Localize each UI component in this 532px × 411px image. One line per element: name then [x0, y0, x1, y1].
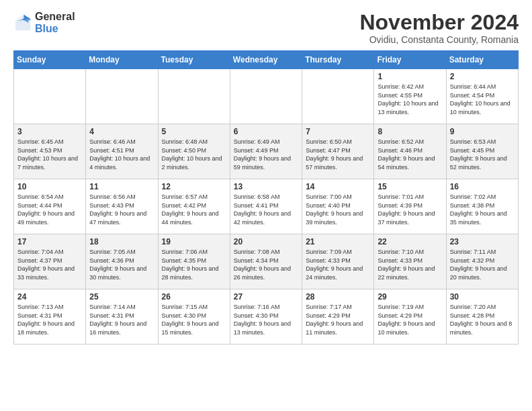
day-number: 24	[17, 292, 82, 302]
calendar-cell: 25Sunrise: 7:14 AM Sunset: 4:31 PM Dayli…	[86, 289, 158, 345]
calendar-cell: 20Sunrise: 7:08 AM Sunset: 4:34 PM Dayli…	[230, 234, 302, 289]
calendar-table: Sunday Monday Tuesday Wednesday Thursday…	[13, 50, 519, 345]
calendar-week-row: 10Sunrise: 6:54 AM Sunset: 4:44 PM Dayli…	[14, 179, 519, 234]
day-number: 23	[450, 237, 515, 246]
logo-icon	[13, 13, 32, 32]
calendar-cell: 9Sunrise: 6:53 AM Sunset: 4:45 PM Daylig…	[446, 124, 518, 179]
day-number: 29	[378, 292, 442, 302]
day-info: Sunrise: 7:13 AM Sunset: 4:31 PM Dayligh…	[17, 303, 82, 336]
logo: General Blue	[13, 11, 75, 34]
day-info: Sunrise: 7:05 AM Sunset: 4:36 PM Dayligh…	[89, 248, 154, 281]
calendar-cell: 2Sunrise: 6:44 AM Sunset: 4:54 PM Daylig…	[446, 69, 518, 124]
day-info: Sunrise: 7:17 AM Sunset: 4:29 PM Dayligh…	[306, 303, 370, 336]
day-number: 7	[306, 127, 370, 136]
day-number: 13	[234, 182, 298, 191]
day-info: Sunrise: 7:09 AM Sunset: 4:33 PM Dayligh…	[306, 248, 370, 281]
day-info: Sunrise: 6:45 AM Sunset: 4:53 PM Dayligh…	[17, 138, 82, 171]
day-number: 10	[17, 182, 82, 191]
header: General Blue November 2024 Ovidiu, Const…	[13, 11, 519, 45]
calendar-cell	[14, 69, 86, 124]
day-info: Sunrise: 7:04 AM Sunset: 4:37 PM Dayligh…	[17, 248, 82, 281]
col-wednesday: Wednesday	[230, 51, 302, 69]
calendar-week-row: 17Sunrise: 7:04 AM Sunset: 4:37 PM Dayli…	[14, 234, 519, 289]
day-number: 19	[162, 237, 226, 246]
day-info: Sunrise: 6:54 AM Sunset: 4:44 PM Dayligh…	[17, 193, 82, 226]
day-number: 15	[378, 182, 442, 191]
calendar-cell: 1Sunrise: 6:42 AM Sunset: 4:55 PM Daylig…	[374, 69, 446, 124]
calendar-cell: 10Sunrise: 6:54 AM Sunset: 4:44 PM Dayli…	[14, 179, 86, 234]
col-tuesday: Tuesday	[158, 51, 230, 69]
day-info: Sunrise: 7:11 AM Sunset: 4:32 PM Dayligh…	[450, 248, 515, 281]
day-number: 25	[89, 292, 154, 302]
calendar-cell	[230, 69, 302, 124]
day-info: Sunrise: 6:49 AM Sunset: 4:49 PM Dayligh…	[234, 138, 298, 171]
day-number: 8	[378, 127, 442, 136]
day-info: Sunrise: 7:14 AM Sunset: 4:31 PM Dayligh…	[89, 303, 154, 336]
calendar-cell: 24Sunrise: 7:13 AM Sunset: 4:31 PM Dayli…	[14, 289, 86, 345]
day-number: 18	[89, 237, 154, 246]
calendar-cell: 4Sunrise: 6:46 AM Sunset: 4:51 PM Daylig…	[86, 124, 158, 179]
day-number: 3	[17, 127, 82, 136]
day-info: Sunrise: 6:58 AM Sunset: 4:41 PM Dayligh…	[234, 193, 298, 226]
day-number: 27	[234, 292, 298, 302]
day-number: 2	[450, 72, 515, 81]
calendar-cell: 14Sunrise: 7:00 AM Sunset: 4:40 PM Dayli…	[302, 179, 374, 234]
day-info: Sunrise: 7:00 AM Sunset: 4:40 PM Dayligh…	[306, 193, 370, 226]
calendar-cell	[302, 69, 374, 124]
calendar-week-row: 24Sunrise: 7:13 AM Sunset: 4:31 PM Dayli…	[14, 289, 519, 345]
day-number: 30	[450, 292, 515, 302]
location-subtitle: Ovidiu, Constanta County, Romania	[359, 34, 519, 45]
day-number: 26	[162, 292, 226, 302]
day-number: 6	[234, 127, 298, 136]
page-container: General Blue November 2024 Ovidiu, Const…	[0, 0, 532, 351]
title-block: November 2024 Ovidiu, Constanta County, …	[359, 11, 519, 45]
calendar-week-row: 1Sunrise: 6:42 AM Sunset: 4:55 PM Daylig…	[14, 69, 519, 124]
day-info: Sunrise: 7:19 AM Sunset: 4:29 PM Dayligh…	[378, 303, 442, 336]
calendar-cell: 6Sunrise: 6:49 AM Sunset: 4:49 PM Daylig…	[230, 124, 302, 179]
day-number: 17	[17, 237, 82, 246]
logo-text: General Blue	[35, 11, 75, 34]
day-info: Sunrise: 6:50 AM Sunset: 4:47 PM Dayligh…	[306, 138, 370, 171]
calendar-cell: 15Sunrise: 7:01 AM Sunset: 4:39 PM Dayli…	[374, 179, 446, 234]
day-number: 21	[306, 237, 370, 246]
day-info: Sunrise: 6:48 AM Sunset: 4:50 PM Dayligh…	[162, 138, 226, 171]
day-info: Sunrise: 6:44 AM Sunset: 4:54 PM Dayligh…	[450, 83, 515, 116]
day-number: 1	[378, 72, 442, 81]
day-number: 20	[234, 237, 298, 246]
calendar-cell: 11Sunrise: 6:56 AM Sunset: 4:43 PM Dayli…	[86, 179, 158, 234]
calendar-cell: 13Sunrise: 6:58 AM Sunset: 4:41 PM Dayli…	[230, 179, 302, 234]
day-number: 28	[306, 292, 370, 302]
calendar-cell: 28Sunrise: 7:17 AM Sunset: 4:29 PM Dayli…	[302, 289, 374, 345]
day-number: 12	[162, 182, 226, 191]
day-number: 4	[89, 127, 154, 136]
logo-general-text: General	[35, 11, 75, 23]
calendar-cell: 5Sunrise: 6:48 AM Sunset: 4:50 PM Daylig…	[158, 124, 230, 179]
calendar-cell: 8Sunrise: 6:52 AM Sunset: 4:46 PM Daylig…	[374, 124, 446, 179]
col-monday: Monday	[86, 51, 158, 69]
day-info: Sunrise: 7:10 AM Sunset: 4:33 PM Dayligh…	[378, 248, 442, 281]
calendar-cell: 17Sunrise: 7:04 AM Sunset: 4:37 PM Dayli…	[14, 234, 86, 289]
col-thursday: Thursday	[302, 51, 374, 69]
calendar-cell: 18Sunrise: 7:05 AM Sunset: 4:36 PM Dayli…	[86, 234, 158, 289]
col-saturday: Saturday	[446, 51, 518, 69]
calendar-cell: 16Sunrise: 7:02 AM Sunset: 4:38 PM Dayli…	[446, 179, 518, 234]
calendar-header-row: Sunday Monday Tuesday Wednesday Thursday…	[14, 51, 519, 69]
calendar-cell: 30Sunrise: 7:20 AM Sunset: 4:28 PM Dayli…	[446, 289, 518, 345]
calendar-cell: 26Sunrise: 7:15 AM Sunset: 4:30 PM Dayli…	[158, 289, 230, 345]
day-info: Sunrise: 6:42 AM Sunset: 4:55 PM Dayligh…	[378, 83, 442, 116]
day-info: Sunrise: 6:52 AM Sunset: 4:46 PM Dayligh…	[378, 138, 442, 171]
day-number: 16	[450, 182, 515, 191]
day-info: Sunrise: 6:46 AM Sunset: 4:51 PM Dayligh…	[89, 138, 154, 171]
calendar-cell: 7Sunrise: 6:50 AM Sunset: 4:47 PM Daylig…	[302, 124, 374, 179]
calendar-cell: 12Sunrise: 6:57 AM Sunset: 4:42 PM Dayli…	[158, 179, 230, 234]
day-info: Sunrise: 7:06 AM Sunset: 4:35 PM Dayligh…	[162, 248, 226, 281]
logo-blue-text: Blue	[35, 23, 75, 35]
day-info: Sunrise: 7:15 AM Sunset: 4:30 PM Dayligh…	[162, 303, 226, 336]
day-number: 5	[162, 127, 226, 136]
calendar-cell: 19Sunrise: 7:06 AM Sunset: 4:35 PM Dayli…	[158, 234, 230, 289]
day-info: Sunrise: 7:08 AM Sunset: 4:34 PM Dayligh…	[234, 248, 298, 281]
day-number: 9	[450, 127, 515, 136]
day-info: Sunrise: 6:53 AM Sunset: 4:45 PM Dayligh…	[450, 138, 515, 171]
day-info: Sunrise: 7:02 AM Sunset: 4:38 PM Dayligh…	[450, 193, 515, 226]
day-info: Sunrise: 7:01 AM Sunset: 4:39 PM Dayligh…	[378, 193, 442, 226]
